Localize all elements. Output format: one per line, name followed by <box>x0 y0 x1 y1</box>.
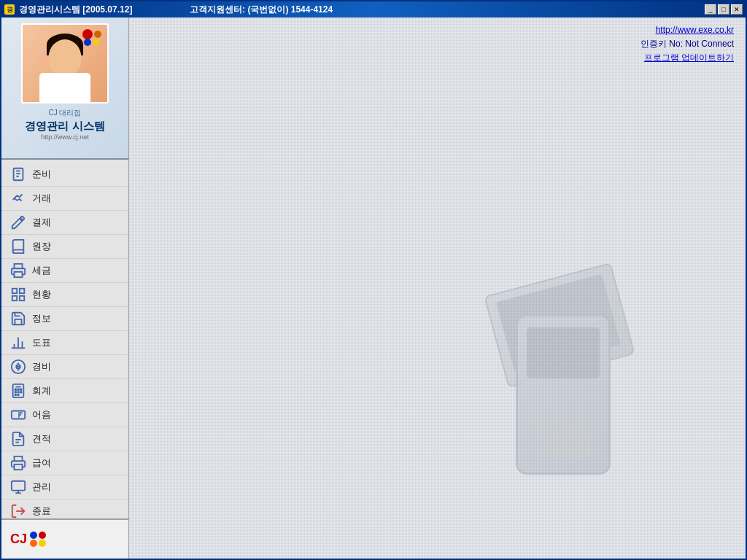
svg-rect-8 <box>15 272 23 277</box>
cj-dots <box>30 532 46 547</box>
monitor-icon <box>10 479 26 495</box>
auth-key-line: 인증키 No: Not Connect <box>640 37 734 51</box>
svg-point-25 <box>20 392 22 393</box>
svg-point-27 <box>18 394 19 396</box>
exit-icon <box>10 503 26 518</box>
sidebar-footer: CJ <box>1 518 128 559</box>
sidebar-label-dopyo: 도표 <box>32 336 51 349</box>
svg-rect-11 <box>12 296 17 300</box>
dot-blue <box>30 532 37 539</box>
handshake-icon <box>10 190 26 206</box>
svg-rect-12 <box>20 296 24 300</box>
sidebar-item-hyeonhwang[interactable]: 현황 <box>1 283 128 307</box>
profile-photo <box>21 23 109 104</box>
sidebar-label-jeongbo: 정보 <box>32 312 51 325</box>
svg-point-23 <box>15 392 16 393</box>
support-center-title: 고객지원센터: (국번없이) 1544-4124 <box>190 4 333 16</box>
sidebar-label-gyeonjeok: 견적 <box>32 432 51 446</box>
sidebar-item-segeum[interactable]: 세금 <box>1 259 128 283</box>
chart-icon <box>10 335 26 351</box>
svg-point-21 <box>18 389 19 390</box>
photo-face <box>49 39 82 76</box>
pencil-icon <box>10 214 26 230</box>
dot-orange <box>30 540 37 547</box>
calculator-icon <box>10 383 26 399</box>
top-info: http://www.exe.co.kr 인증키 No: Not Connect… <box>640 23 734 66</box>
svg-rect-9 <box>12 289 17 293</box>
svg-point-22 <box>20 389 22 390</box>
sidebar-label-gwanri: 관리 <box>32 481 51 494</box>
sidebar-item-hoegye[interactable]: 회계 <box>1 379 128 403</box>
sidebar-label-gyeongbi: 경비 <box>32 360 51 373</box>
sidebar-item-wonjang[interactable]: 원장 <box>1 235 128 259</box>
phone-screen <box>527 327 600 378</box>
sidebar-label-hoegye: 회계 <box>32 384 51 397</box>
window-controls: _ □ ✕ <box>705 4 743 15</box>
printer-icon <box>10 262 26 279</box>
website-link[interactable]: http://www.exe.co.kr <box>640 23 734 37</box>
svg-point-1 <box>94 31 101 38</box>
main-window: 경 경영관리시스템 [2005.07.12] 고객지원센터: (국번없이) 15… <box>0 0 747 560</box>
svg-point-24 <box>18 392 19 393</box>
print-icon <box>10 455 26 471</box>
device-phone <box>516 314 611 475</box>
device-shape <box>457 271 662 504</box>
sidebar-label-wonjang: 원장 <box>32 240 51 253</box>
sidebar-item-junbi[interactable]: 준비 <box>1 163 128 187</box>
maximize-button[interactable]: □ <box>718 4 729 15</box>
cj-logo-small <box>82 28 104 49</box>
sidebar-label-hyeonhwang: 현황 <box>32 288 51 301</box>
svg-rect-10 <box>20 289 24 293</box>
sidebar-item-gyeongbi[interactable]: 경비 <box>1 355 128 379</box>
svg-point-26 <box>15 394 16 396</box>
sidebar-item-jongyo[interactable]: 종료 <box>1 499 128 518</box>
sidebar-label-gorae: 거래 <box>32 192 51 205</box>
svg-rect-32 <box>12 481 25 491</box>
note-icon <box>10 407 26 423</box>
svg-point-0 <box>82 29 93 39</box>
sidebar-item-dopyo[interactable]: 도표 <box>1 331 128 355</box>
book-icon <box>10 238 26 254</box>
svg-point-2 <box>84 39 91 46</box>
cj-text: CJ <box>10 532 27 547</box>
sidebar-label-gyelje: 결제 <box>32 216 51 229</box>
sidebar-label-jongyo: 종료 <box>32 505 51 518</box>
watermark-area <box>432 260 687 515</box>
cj-logo: CJ <box>10 532 46 547</box>
window-title: 경영관리시스템 [2005.07.12] <box>19 4 132 16</box>
app-icon: 경 <box>4 4 15 15</box>
titlebar: 경 경영관리시스템 [2005.07.12] 고객지원센터: (국번없이) 15… <box>1 1 746 18</box>
update-line[interactable]: 프로그램 업데이트하기 <box>640 51 734 65</box>
clipboard-icon <box>10 166 26 182</box>
sidebar-label-junbi: 준비 <box>32 168 51 181</box>
sidebar-label-geubeo: 급여 <box>32 456 51 470</box>
svg-point-20 <box>15 389 16 390</box>
profile-title: 경영관리 시스템 <box>25 120 104 133</box>
profile-area: CJ 대리점 경영관리 시스템 http://www.cj.net <box>1 18 128 160</box>
svg-rect-31 <box>15 464 23 470</box>
grid-icon <box>10 287 26 303</box>
profile-company: CJ 대리점 <box>25 108 104 118</box>
sidebar-label-segeum: 세금 <box>32 264 51 277</box>
main-content: CJ 대리점 경영관리 시스템 http://www.cj.net 준비거래결제… <box>1 18 746 559</box>
sidebar-item-gyeonjeok[interactable]: 견적 <box>1 427 128 451</box>
sidebar-item-eoeom[interactable]: 어음 <box>1 403 128 427</box>
sidebar-item-geubeo[interactable]: 급여 <box>1 451 128 475</box>
document-icon <box>10 431 26 447</box>
sidebar-item-gwanri[interactable]: 관리 <box>1 475 128 499</box>
money-icon <box>10 359 26 375</box>
dot-red <box>39 532 46 539</box>
minimize-button[interactable]: _ <box>705 4 716 15</box>
disk-icon <box>10 311 26 327</box>
photo-body <box>39 73 90 102</box>
sidebar-item-gorae[interactable]: 거래 <box>1 187 128 211</box>
sidebar-item-gyelje[interactable]: 결제 <box>1 211 128 235</box>
dot-yellow <box>39 540 46 547</box>
titlebar-left: 경 경영관리시스템 [2005.07.12] 고객지원센터: (국번없이) 15… <box>4 4 333 16</box>
website-url[interactable]: http://www.exe.co.kr <box>656 25 734 35</box>
profile-text: CJ 대리점 경영관리 시스템 http://www.cj.net <box>25 108 104 141</box>
profile-url: http://www.cj.net <box>25 133 104 141</box>
sidebar-item-jeongbo[interactable]: 정보 <box>1 307 128 331</box>
content-area: http://www.exe.co.kr 인증키 No: Not Connect… <box>129 18 746 559</box>
close-button[interactable]: ✕ <box>731 4 743 15</box>
